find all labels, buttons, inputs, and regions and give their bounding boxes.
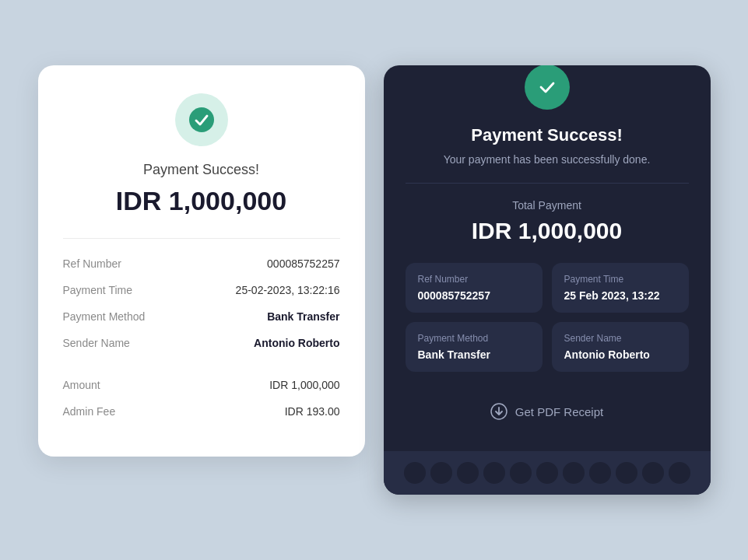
left-value-method: Bank Transfer (267, 310, 339, 323)
right-box-method: Payment Method Bank Transfer (406, 322, 543, 372)
download-icon (490, 403, 507, 420)
left-value-amount: IDR 1,000,000 (269, 379, 339, 391)
right-box-time: Payment Time 25 Feb 2023, 13:22 (552, 263, 689, 313)
left-label-amount: Amount (63, 379, 100, 391)
cards-container: Payment Success! IDR 1,000,000 Ref Numbe… (0, 34, 748, 526)
dot-3 (457, 462, 479, 484)
right-box-sender: Sender Name Antonio Roberto (552, 322, 689, 372)
pdf-receipt-button[interactable]: Get PDF Receipt (406, 390, 689, 432)
right-box-time-label: Payment Time (564, 274, 676, 285)
left-label-sender: Sender Name (63, 337, 130, 349)
right-box-method-value: Bank Transfer (418, 348, 530, 361)
right-check-icon (536, 76, 558, 98)
dot-7 (563, 462, 585, 484)
dot-6 (536, 462, 558, 484)
left-divider-top (63, 238, 340, 239)
dot-10 (642, 462, 664, 484)
dot-1 (404, 462, 426, 484)
right-box-ref-label: Ref Number (418, 274, 530, 285)
left-value-time: 25-02-2023, 13:22:16 (236, 284, 340, 296)
dot-11 (669, 462, 690, 484)
dot-4 (483, 462, 505, 484)
left-row-method: Payment Method Bank Transfer (63, 310, 340, 323)
left-value-ref: 000085752257 (267, 257, 339, 270)
left-label-time: Payment Time (63, 284, 132, 296)
bottom-dots (384, 451, 711, 495)
left-label-method: Payment Method (63, 310, 146, 323)
right-subtitle: Your payment has been successfully done. (406, 153, 689, 166)
left-row-fee: Admin Fee IDR 193.00 (63, 405, 340, 418)
right-total-amount: IDR 1,000,000 (406, 218, 689, 244)
dot-5 (510, 462, 532, 484)
right-box-time-value: 25 Feb 2023, 13:22 (564, 289, 676, 302)
right-box-sender-label: Sender Name (564, 333, 676, 344)
left-label-fee: Admin Fee (63, 405, 116, 418)
left-row-time: Payment Time 25-02-2023, 13:22:16 (63, 284, 340, 296)
right-success-title: Payment Success! (406, 125, 689, 145)
success-icon-circle (175, 93, 228, 146)
right-box-sender-value: Antonio Roberto (564, 348, 676, 361)
right-box-ref: Ref Number 000085752257 (406, 263, 543, 313)
left-row-ref: Ref Number 000085752257 (63, 257, 340, 270)
left-value-sender: Antonio Roberto (254, 337, 339, 349)
right-card-inner: Payment Success! Your payment has been s… (384, 65, 711, 432)
left-label-ref: Ref Number (63, 257, 121, 270)
dot-2 (430, 462, 452, 484)
right-card: Payment Success! Your payment has been s… (384, 65, 711, 495)
right-info-grid: Ref Number 000085752257 Payment Time 25 … (406, 263, 689, 372)
right-box-method-label: Payment Method (418, 333, 530, 344)
left-success-title: Payment Success! (63, 162, 340, 178)
left-card: Payment Success! IDR 1,000,000 Ref Numbe… (38, 65, 365, 457)
left-gap (63, 363, 340, 373)
right-total-label: Total Payment (406, 199, 689, 212)
right-divider (406, 183, 689, 184)
right-success-icon-circle (525, 65, 570, 110)
left-amount: IDR 1,000,000 (63, 186, 340, 216)
svg-point-0 (189, 107, 214, 132)
dot-9 (616, 462, 637, 484)
left-row-amount: Amount IDR 1,000,000 (63, 379, 340, 391)
check-icon (189, 107, 214, 132)
dot-8 (589, 462, 611, 484)
right-box-ref-value: 000085752257 (418, 289, 530, 302)
left-value-fee: IDR 193.00 (285, 405, 340, 418)
left-row-sender: Sender Name Antonio Roberto (63, 337, 340, 349)
pdf-receipt-label: Get PDF Receipt (515, 405, 603, 418)
